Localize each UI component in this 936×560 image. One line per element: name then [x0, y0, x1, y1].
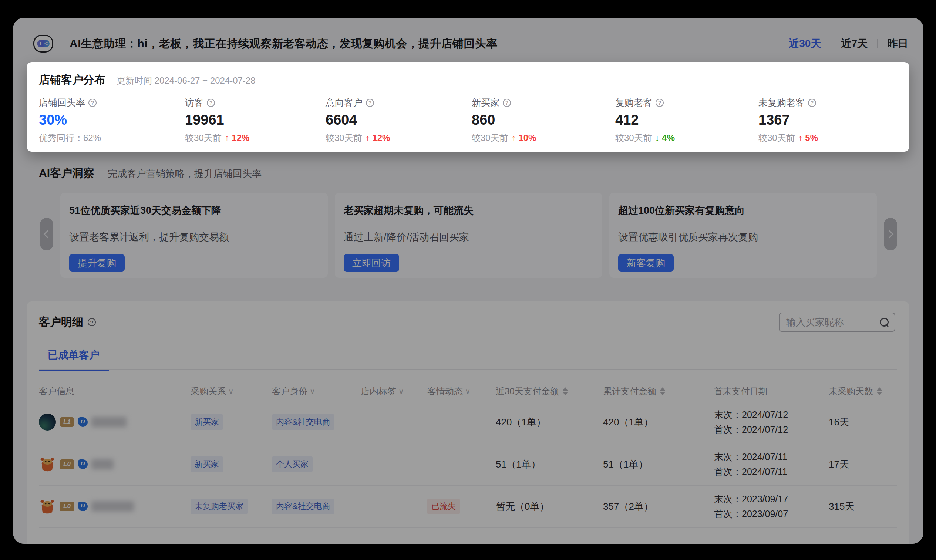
help-icon[interactable]: ? [503, 99, 511, 107]
customer-distribution-card: 店铺客户分布 更新时间 2024-06-27 ~ 2024-07-28 店铺回头… [27, 62, 909, 152]
metric-value: 412 [615, 112, 758, 128]
screen: < AI生意助理：hi，老板，我正在持续观察新老客动态，发现复购机会，提升店铺回… [0, 0, 936, 560]
metric-label: 未复购老客 [758, 97, 805, 109]
metric-compare-label: 较30天前 [472, 132, 508, 144]
customer-avatar [39, 498, 56, 515]
metric-value: 1367 [758, 112, 909, 128]
identity-tag: 内容&社交电商 [272, 414, 334, 430]
metric-change: ↑ 10% [512, 133, 536, 143]
chevron-right-icon [885, 230, 894, 238]
insight-card-desc: 通过上新/降价/活动召回买家 [344, 231, 595, 244]
table-row: L0 未复购老买家 内容&社交电商 已流失 暂无（0单） 357（2单） 末次：… [39, 486, 897, 528]
last-pay-date: 末次：2024/07/11 [714, 449, 829, 464]
metric-non-repeat-customers: 未复购老客 ? 1367 较30天前 ↑ 5% [758, 97, 909, 144]
wangwang-chat-icon[interactable] [78, 459, 88, 469]
follow-up-button[interactable]: 立即回访 [344, 254, 399, 272]
metric-change: ↑ 5% [798, 133, 818, 143]
table-header: 客户信息 采购关系∨ 客户身份∨ 店内标签∨ 客情动态∨ 近30天支付金额 累计… [39, 382, 897, 402]
boost-repurchase-button[interactable]: 提升复购 [69, 254, 125, 272]
help-icon[interactable]: ? [366, 99, 374, 107]
last-pay-date: 末次：2023/09/17 [714, 492, 829, 506]
search-icon[interactable] [880, 318, 889, 327]
carousel-prev-button[interactable] [40, 218, 53, 251]
col-first-last-pay-date: 首末支付日期 [714, 385, 829, 397]
metric-compare-label: 较30天前 [615, 132, 652, 144]
metric-return-rate: 店铺回头率 ? 30% 优秀同行：62% [39, 97, 185, 144]
assistant-header: < AI生意助理：hi，老板，我正在持续观察新老客动态，发现复购机会，提升店铺回… [33, 29, 908, 58]
help-icon[interactable]: ? [207, 99, 215, 107]
filter-chevron-icon[interactable]: ∨ [309, 387, 315, 396]
sort-icon[interactable] [660, 387, 665, 395]
help-icon[interactable]: ? [656, 99, 664, 107]
level-badge: L0 [60, 459, 74, 469]
metric-repeat-customers: 复购老客 ? 412 较30天前 ↓ 4% [615, 97, 758, 144]
relation-tag: 新买家 [191, 414, 223, 430]
insights-carousel: 51位优质买家近30天交易金额下降 设置老客累计返利，提升复购交易额 提升复购 … [39, 193, 898, 278]
tab-last-7-days[interactable]: 近7天 [841, 37, 868, 51]
wangwang-chat-icon[interactable] [78, 502, 88, 511]
wangwang-chat-icon[interactable] [78, 417, 88, 427]
sort-icon[interactable] [877, 387, 882, 395]
table-row: L0 新买家 个人买家 51（1单） 51（1单） 末次：2024/07/11 … [39, 443, 897, 486]
customer-name-blurred [91, 417, 126, 427]
first-pay-date: 首次：2024/07/11 [714, 464, 829, 479]
metric-compare-label: 较30天前 [185, 132, 222, 144]
metric-compare-label: 较30天前 [758, 132, 795, 144]
customer-avatar [39, 456, 56, 473]
help-icon[interactable]: ? [808, 99, 816, 107]
carousel-next-button[interactable] [884, 218, 897, 251]
insight-card-title: 超过100位新买家有复购意向 [618, 204, 870, 217]
insight-card-quality-buyers: 51位优质买家近30天交易金额下降 设置老客累计返利，提升复购交易额 提升复购 [60, 193, 328, 278]
main-panel: < AI生意助理：hi，老板，我正在持续观察新老客动态，发现复购机会，提升店铺回… [13, 18, 924, 544]
buyer-search-box [779, 312, 895, 332]
customer-name-blurred [91, 459, 114, 469]
pay-total-value: 51（1单） [603, 458, 714, 471]
tab-last-30-days[interactable]: 近30天 [789, 37, 821, 51]
filter-chevron-icon[interactable]: ∨ [465, 387, 471, 396]
level-badge: L0 [60, 502, 74, 511]
first-pay-date: 首次：2024/07/12 [714, 422, 829, 437]
buyer-search-input[interactable] [785, 316, 880, 328]
metric-label: 意向客户 [326, 97, 363, 109]
days-since-purchase: 17天 [829, 458, 897, 471]
assistant-message: AI生意助理：hi，老板，我正在持续观察新老客动态，发现复购机会，提升店铺回头率 [69, 36, 497, 51]
pay-total-value: 420（1单） [603, 416, 714, 429]
insight-card-desc: 设置优惠吸引优质买家再次复购 [618, 231, 870, 244]
col-pay-total: 累计支付金额 [603, 385, 714, 397]
metric-compare-label: 较30天前 [326, 132, 362, 144]
col-customer-identity: 客户身份∨ [272, 385, 361, 397]
pay-30d-value: 420（1单） [496, 416, 603, 429]
pay-30d-value: 暂无（0单） [496, 500, 603, 513]
metric-label: 复购老客 [615, 97, 652, 109]
tab-ordered-customers[interactable]: 已成单客户 [39, 348, 109, 371]
help-icon[interactable]: ? [88, 99, 97, 107]
metric-value: 30% [39, 112, 185, 128]
metric-visitors: 访客 ? 19961 较30天前 ↑ 12% [185, 97, 326, 144]
help-icon[interactable]: ? [88, 318, 96, 326]
metric-change: ↓ 4% [655, 133, 675, 143]
chevron-left-icon [44, 230, 52, 238]
last-pay-date: 末次：2024/07/12 [714, 407, 829, 422]
filter-chevron-icon[interactable]: ∨ [228, 387, 234, 396]
metric-value: 6604 [326, 112, 472, 128]
robot-goggles-icon: < [37, 40, 49, 47]
ai-insights-section: AI客户洞察 完成客户营销策略，提升店铺回头率 51位优质买家近30天交易金额下… [39, 166, 898, 278]
insight-card-title: 老买家超期未复购，可能流失 [344, 204, 595, 217]
days-since-purchase: 315天 [829, 500, 897, 513]
col-days-since-purchase: 未采购天数 [829, 385, 897, 397]
sort-icon[interactable] [563, 387, 568, 395]
metric-label: 店铺回头率 [39, 97, 85, 109]
details-title: 客户明细 [39, 315, 83, 330]
new-customer-repurchase-button[interactable]: 新客复购 [618, 254, 674, 272]
customer-info-cell: L0 [39, 456, 191, 473]
col-store-tag: 店内标签∨ [361, 385, 427, 397]
ai-assistant-robot-icon: < [33, 35, 53, 52]
time-range-tabs: 近30天 近7天 昨日 [789, 37, 908, 51]
filter-chevron-icon[interactable]: ∨ [399, 387, 404, 396]
insights-subtitle: 完成客户营销策略，提升店铺回头率 [108, 167, 262, 180]
pay-30d-value: 51（1单） [496, 458, 603, 471]
tab-yesterday[interactable]: 昨日 [888, 37, 908, 51]
tab-divider [877, 39, 878, 48]
pay-dates-cell: 末次：2023/09/17 首次：2023/09/07 [714, 492, 829, 521]
insight-card-new-buyer-intent: 超过100位新买家有复购意向 设置优惠吸引优质买家再次复购 新客复购 [609, 193, 877, 278]
